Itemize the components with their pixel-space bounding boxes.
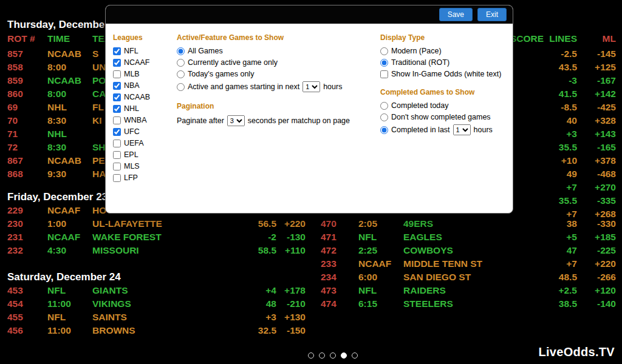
league-option-epl[interactable]: EPL bbox=[113, 150, 174, 159]
active-games-radio[interactable] bbox=[177, 83, 185, 91]
league-checkbox-mls[interactable] bbox=[113, 163, 121, 170]
rot-number: 232 bbox=[7, 244, 23, 257]
team-name: PO bbox=[92, 74, 106, 87]
display-type-option[interactable]: Modern (Pace) bbox=[380, 47, 511, 55]
line-value: +7 bbox=[566, 181, 577, 194]
league-option-ncaab[interactable]: NCAAB bbox=[113, 93, 174, 101]
save-button[interactable]: Save bbox=[439, 8, 473, 21]
league-option-uefa[interactable]: UEFA bbox=[113, 139, 174, 147]
completed-games-radio[interactable] bbox=[380, 102, 388, 110]
rot-number: 69 bbox=[7, 101, 18, 114]
board-row: 45411:00VIKINGS48-210 bbox=[0, 297, 311, 311]
board-row: 4702:0549ERS38-330 bbox=[311, 217, 622, 231]
page-dot[interactable] bbox=[308, 352, 314, 359]
display-type-radio[interactable] bbox=[380, 59, 388, 67]
completed-games-heading: Completed Games to Show bbox=[380, 88, 511, 96]
league-option-nfl[interactable]: NFL bbox=[113, 47, 174, 55]
league-checkbox-mlb[interactable] bbox=[113, 70, 121, 78]
ingame-odds-option[interactable]: Show In-Game Odds (white text) bbox=[380, 70, 511, 78]
team-name: SH bbox=[92, 141, 106, 154]
active-games-option[interactable]: All Games bbox=[177, 47, 371, 55]
league-option-ncaaf[interactable]: NCAAF bbox=[113, 58, 174, 67]
starting-hours-select[interactable]: 1 bbox=[302, 81, 320, 92]
team-name: MISSOURI bbox=[92, 244, 139, 257]
moneyline-value: +143 bbox=[595, 127, 616, 141]
active-games-radio[interactable] bbox=[177, 59, 185, 67]
league-checkbox-nba[interactable] bbox=[113, 82, 121, 90]
time-or-league: NCAAF bbox=[47, 231, 80, 244]
paginate-seconds-select[interactable]: 3 bbox=[227, 115, 245, 126]
moneyline-value: -150 bbox=[287, 324, 306, 337]
active-games-option[interactable]: Currently active game only bbox=[177, 58, 371, 67]
time-or-league: 2:25 bbox=[358, 244, 377, 257]
time-or-league: 11:00 bbox=[47, 324, 71, 337]
completed-games-radio[interactable] bbox=[380, 126, 388, 134]
league-checkbox-nfl[interactable] bbox=[113, 47, 121, 55]
col-header-time: TIME bbox=[47, 32, 70, 46]
league-label: LFP bbox=[124, 174, 138, 182]
line-value: 35.5 bbox=[559, 194, 577, 207]
active-games-label: Currently active game only bbox=[188, 58, 278, 67]
league-label: WNBA bbox=[124, 116, 147, 124]
completed-games-label: Completed today bbox=[391, 101, 449, 110]
line-value: +3 bbox=[566, 127, 577, 141]
line-value: 38.5 bbox=[559, 297, 577, 311]
league-label: EPL bbox=[124, 150, 138, 159]
league-checkbox-lfp[interactable] bbox=[113, 174, 121, 182]
display-type-radio[interactable] bbox=[380, 47, 388, 55]
league-checkbox-wnba[interactable] bbox=[113, 116, 121, 124]
completed-games-option[interactable]: Don't show completed games bbox=[380, 113, 511, 121]
league-label: MLB bbox=[124, 70, 140, 78]
date-header: Friday, December 23 bbox=[7, 190, 108, 204]
league-checkbox-ncaaf[interactable] bbox=[113, 59, 121, 67]
league-checkbox-nhl[interactable] bbox=[113, 105, 121, 113]
league-option-nba[interactable]: NBA bbox=[113, 81, 174, 90]
league-option-mls[interactable]: MLS bbox=[113, 162, 174, 170]
league-option-wnba[interactable]: WNBA bbox=[113, 116, 174, 124]
moneyline-value: +120 bbox=[595, 284, 616, 297]
completed-hours-select[interactable]: 1 bbox=[453, 124, 471, 135]
col-header-lines: LINES bbox=[549, 32, 577, 46]
active-games-option[interactable]: Today's games only bbox=[177, 70, 371, 78]
league-option-lfp[interactable]: LFP bbox=[113, 174, 174, 182]
completed-games-label: Completed in last bbox=[391, 126, 450, 134]
team-name: SAINTS bbox=[92, 311, 127, 324]
time-or-league: 2:05 bbox=[358, 217, 377, 231]
page-dot[interactable] bbox=[341, 352, 347, 359]
time-or-league: 8:30 bbox=[47, 141, 66, 154]
team-name: VIKINGS bbox=[92, 297, 131, 311]
moneyline-value: +185 bbox=[595, 231, 616, 244]
league-checkbox-ncaab[interactable] bbox=[113, 93, 121, 101]
active-games-radio[interactable] bbox=[177, 70, 185, 78]
display-type-option[interactable]: Traditional (ROT) bbox=[380, 58, 511, 67]
line-value: 56.5 bbox=[258, 217, 276, 231]
ingame-odds-checkbox[interactable] bbox=[380, 70, 388, 78]
team-name: EAGLES bbox=[403, 231, 442, 244]
league-label: UEFA bbox=[124, 139, 144, 147]
league-checkbox-ufc[interactable] bbox=[113, 128, 121, 136]
league-checkbox-uefa[interactable] bbox=[113, 140, 121, 147]
modal-body: Leagues NFLNCAAFMLBNBANCAABNHLWNBAUFCUEF… bbox=[106, 24, 513, 213]
league-label: NFL bbox=[124, 47, 138, 55]
page-dot[interactable] bbox=[319, 352, 325, 359]
completed-games-radio[interactable] bbox=[380, 113, 388, 121]
leagues-heading: Leagues bbox=[113, 33, 174, 42]
display-type-label: Modern (Pace) bbox=[391, 47, 442, 55]
league-label: NCAAB bbox=[124, 93, 150, 101]
settings-modal: Save Exit Leagues NFLNCAAFMLBNBANCAABNHL… bbox=[105, 5, 513, 214]
exit-button[interactable]: Exit bbox=[477, 8, 507, 21]
page-dot[interactable] bbox=[352, 352, 358, 359]
moneyline-value: +328 bbox=[595, 114, 616, 127]
active-games-radio[interactable] bbox=[177, 47, 185, 55]
completed-games-option[interactable]: Completed today bbox=[380, 101, 511, 110]
page-dot[interactable] bbox=[330, 352, 336, 359]
completed-games-option[interactable]: Completed in last1hours bbox=[380, 124, 511, 135]
league-option-ufc[interactable]: UFC bbox=[113, 127, 174, 136]
active-games-option[interactable]: Active and games starting in next1hours bbox=[177, 81, 371, 92]
league-checkbox-epl[interactable] bbox=[113, 151, 121, 159]
league-label: NHL bbox=[124, 104, 139, 113]
team-name: STEELERS bbox=[403, 297, 453, 311]
league-option-nhl[interactable]: NHL bbox=[113, 104, 174, 113]
league-option-mlb[interactable]: MLB bbox=[113, 70, 174, 78]
team-name: BROWNS bbox=[92, 324, 135, 337]
